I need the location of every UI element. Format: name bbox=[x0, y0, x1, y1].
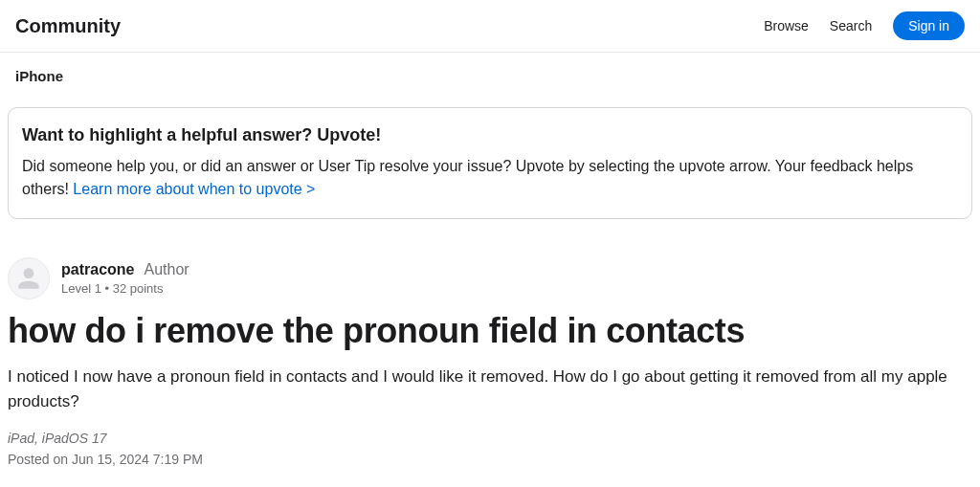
breadcrumb: iPhone bbox=[0, 53, 980, 100]
author-line: patracone Author bbox=[61, 261, 189, 278]
community-title[interactable]: Community bbox=[15, 15, 121, 37]
avatar[interactable] bbox=[8, 257, 50, 299]
author-meta: Level 1 • 32 points bbox=[61, 281, 189, 296]
breadcrumb-item[interactable]: iPhone bbox=[15, 68, 63, 84]
post-author: patracone Author Level 1 • 32 points bbox=[8, 257, 972, 299]
signin-button[interactable]: Sign in bbox=[893, 11, 965, 40]
author-info: patracone Author Level 1 • 32 points bbox=[61, 257, 189, 299]
nav-browse[interactable]: Browse bbox=[764, 18, 809, 33]
nav-search[interactable]: Search bbox=[830, 18, 872, 33]
post-title: how do i remove the pronoun field in con… bbox=[8, 311, 972, 351]
main-content: Want to highlight a helpful answer? Upvo… bbox=[0, 107, 980, 467]
info-box-link[interactable]: Learn more about when to upvote > bbox=[73, 181, 315, 197]
author-name[interactable]: patracone bbox=[61, 261, 134, 278]
info-box-title: Want to highlight a helpful answer? Upvo… bbox=[22, 125, 958, 145]
info-box: Want to highlight a helpful answer? Upvo… bbox=[8, 107, 972, 219]
header: Community Browse Search Sign in bbox=[0, 0, 980, 53]
post-date: Posted on Jun 15, 2024 7:19 PM bbox=[8, 452, 972, 467]
person-icon bbox=[13, 263, 44, 294]
info-box-text: Did someone help you, or did an answer o… bbox=[22, 155, 958, 201]
header-nav: Browse Search Sign in bbox=[764, 11, 965, 40]
post-device: iPad, iPadOS 17 bbox=[8, 431, 972, 446]
post-body: I noticed I now have a pronoun field in … bbox=[8, 365, 972, 413]
author-badge: Author bbox=[144, 261, 189, 278]
